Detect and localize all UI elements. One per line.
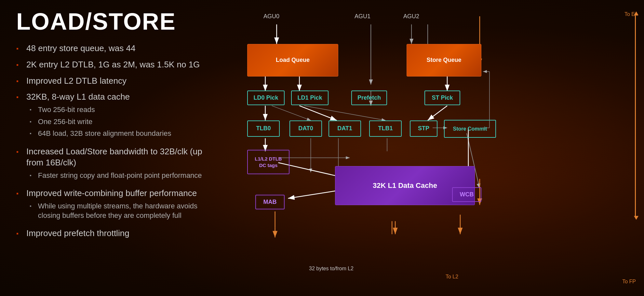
sub-list: While using multiple streams, the hardwa…	[30, 202, 218, 220]
list-item: Improved prefetch throttling	[16, 228, 218, 239]
to-fp-label: To FP	[622, 279, 636, 285]
dat1-label: DAT1	[337, 125, 352, 132]
sub-list: Faster string copy and float-point point…	[30, 171, 218, 180]
bullet-text: Improved L2 DTLB latency	[26, 76, 127, 87]
stp-label: STP	[418, 125, 429, 132]
load-queue-box: Load Queue	[247, 44, 338, 77]
bullet-text: 32KB, 8-way L1 data cache	[26, 92, 130, 102]
load-queue-label: Load Queue	[276, 57, 310, 64]
sub-bullet-text: Two 256-bit reads	[38, 105, 95, 115]
wcb-label: WCB	[460, 191, 474, 198]
tlb1-label: TLB1	[378, 125, 393, 132]
agu0-label: AGU0	[263, 13, 279, 20]
store-commit-box: Store Commit	[444, 120, 496, 138]
right-panel: AGU0 AGU1 AGU2 To Ex Load Queue Store Qu…	[234, 0, 644, 296]
sub-bullet-text: While using multiple streams, the hardwa…	[38, 202, 218, 220]
dat0-box: DAT0	[289, 120, 322, 137]
to-ex-arrow-line	[635, 15, 636, 217]
mab-label: MAB	[263, 199, 277, 206]
prefetch-box: Prefetch	[351, 91, 387, 105]
list-item: Improved write-combining buffer performa…	[16, 188, 218, 223]
bytes-l2-label: 32 bytes to/from L2	[309, 266, 354, 272]
sub-bullet-text: Faster string copy and float-point point…	[38, 171, 202, 180]
to-l2-label: To L2	[446, 274, 458, 280]
sub-list-item: Faster string copy and float-point point…	[30, 171, 218, 180]
list-item: 2K entry L2 DTLB, 1G as 2M, was 1.5K no …	[16, 59, 218, 70]
list-item: Improved L2 DTLB latency	[16, 76, 218, 87]
agu2-label: AGU2	[403, 13, 419, 20]
svg-line-17	[300, 106, 337, 120]
ld1-pick-box: LD1 Pick	[291, 91, 329, 105]
l1l2-dtlb-label: L1/L2 DTLB DC tags	[255, 156, 282, 168]
sub-list-item: One 256-bit write	[30, 117, 171, 127]
agu1-label: AGU1	[355, 13, 370, 20]
l1-cache-label: 32K L1 Data Cache	[373, 181, 437, 190]
bullet-text: Increased Load/Store bandwidth to 32B/cl…	[26, 147, 202, 167]
ld0-pick-box: LD0 Pick	[247, 91, 285, 105]
sub-bullet-text: 64B load, 32B store alignment boundaries	[38, 129, 171, 138]
dat0-label: DAT0	[298, 125, 313, 132]
l1l2-dtlb-box: L1/L2 DTLB DC tags	[247, 150, 289, 174]
svg-line-16	[272, 106, 311, 120]
to-ex-arrowhead	[634, 11, 638, 15]
stp-box: STP	[410, 120, 437, 137]
store-commit-label: Store Commit	[453, 126, 487, 132]
left-panel: LOAD/STORE 48 entry store queue, was 44 …	[0, 0, 234, 296]
bullet-text: Improved prefetch throttling	[26, 228, 129, 239]
tlb0-box: TLB0	[247, 120, 280, 137]
sub-list: Two 256-bit reads One 256-bit write 64B …	[30, 105, 171, 138]
prefetch-label: Prefetch	[357, 94, 381, 102]
wcb-box: WCB	[452, 187, 481, 202]
dat1-box: DAT1	[329, 120, 361, 137]
sub-bullet-text: One 256-bit write	[38, 117, 93, 127]
bullet-text: Improved write-combining buffer performa…	[26, 188, 197, 198]
mab-box: MAB	[255, 195, 285, 209]
list-item: 32KB, 8-way L1 data cache Two 256-bit re…	[16, 92, 218, 141]
svg-line-19	[428, 106, 447, 120]
diagram: AGU0 AGU1 AGU2 To Ex Load Queue Store Qu…	[244, 7, 637, 289]
sub-list-item: While using multiple streams, the hardwa…	[30, 202, 218, 220]
ld0-pick-label: LD0 Pick	[253, 94, 278, 102]
st-pick-box: ST Pick	[424, 91, 460, 105]
ld1-pick-label: LD1 Pick	[297, 94, 322, 102]
bullet-list: 48 entry store queue, was 44 2K entry L2…	[16, 43, 218, 239]
list-item: Increased Load/Store bandwidth to 32B/cl…	[16, 146, 218, 183]
svg-line-18	[304, 106, 385, 120]
tlb1-box: TLB1	[369, 120, 402, 137]
bullet-text: 48 entry store queue, was 44	[26, 43, 135, 54]
store-queue-label: Store Queue	[426, 57, 461, 64]
main-content: LOAD/STORE 48 entry store queue, was 44 …	[0, 0, 644, 296]
list-item: 48 entry store queue, was 44	[16, 43, 218, 54]
sub-list-item: Two 256-bit reads	[30, 105, 171, 115]
to-fp-arrowhead	[634, 216, 638, 220]
page-title: LOAD/STORE	[16, 10, 218, 33]
tlb0-label: TLB0	[256, 125, 271, 132]
store-queue-box: Store Queue	[407, 44, 481, 77]
sub-list-item: 64B load, 32B store alignment boundaries	[30, 129, 171, 138]
bullet-text: 2K entry L2 DTLB, 1G as 2M, was 1.5K no …	[26, 59, 200, 70]
st-pick-label: ST Pick	[432, 94, 453, 102]
